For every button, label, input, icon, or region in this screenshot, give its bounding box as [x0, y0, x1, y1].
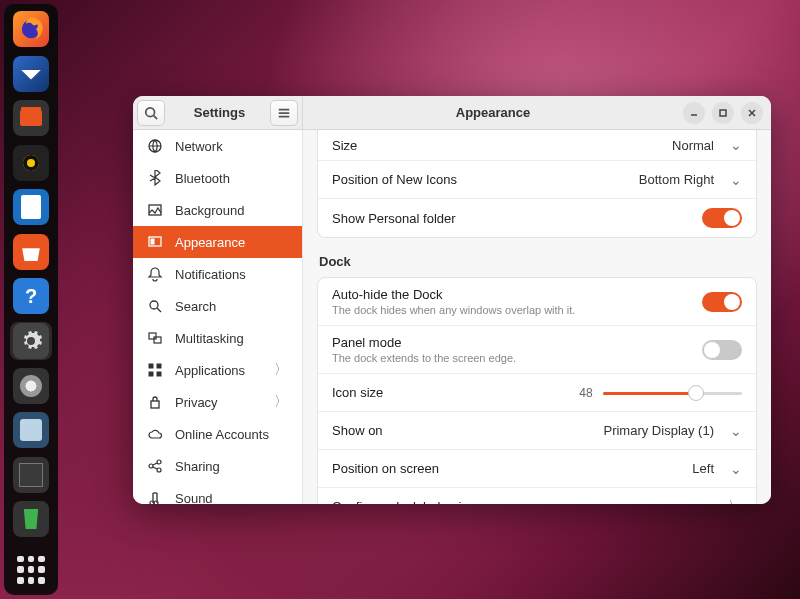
dock-item-drive[interactable]	[10, 455, 52, 494]
row-value: Primary Display (1)	[603, 423, 714, 438]
row-position-on-screen[interactable]: Position on screen Left ⌄	[318, 449, 756, 487]
rhythmbox-icon	[13, 145, 49, 181]
svg-line-2	[154, 115, 158, 119]
row-value: Bottom Right	[639, 172, 714, 187]
maximize-icon	[718, 108, 728, 118]
hamburger-icon	[277, 106, 291, 120]
switch-autohide-dock[interactable]	[702, 292, 742, 312]
sound-icon	[147, 490, 163, 504]
sidebar-title: Settings	[169, 105, 270, 120]
svg-point-18	[149, 464, 153, 468]
sidebar-item-label: Privacy	[175, 395, 218, 410]
row-label: Show Personal folder	[332, 211, 456, 226]
switch-panel-mode[interactable]	[702, 340, 742, 360]
svg-rect-13	[149, 364, 153, 368]
dock-show-applications[interactable]	[10, 550, 52, 589]
disk-icon	[13, 368, 49, 404]
drive-icon	[13, 457, 49, 493]
settings-sidebar[interactable]: Network Bluetooth Background Appearance …	[133, 130, 303, 504]
svg-rect-11	[149, 333, 156, 339]
close-button[interactable]	[741, 102, 763, 124]
minimize-icon	[689, 108, 699, 118]
text-editor-icon	[13, 412, 49, 448]
switch-show-personal-folder[interactable]	[702, 208, 742, 228]
row-show-on[interactable]: Show on Primary Display (1) ⌄	[318, 411, 756, 449]
sidebar-item-multitasking[interactable]: Multitasking	[133, 322, 302, 354]
dock-item-disk[interactable]	[10, 366, 52, 405]
sidebar-item-label: Online Accounts	[175, 427, 269, 442]
sidebar-item-privacy[interactable]: Privacy〉	[133, 386, 302, 418]
files-icon	[13, 100, 49, 136]
sidebar-item-label: Notifications	[175, 267, 246, 282]
row-icon-size: Icon size 48	[318, 373, 756, 411]
row-size[interactable]: Size Normal ⌄	[318, 130, 756, 160]
svg-point-22	[154, 501, 158, 504]
svg-rect-15	[149, 372, 153, 376]
dock-item-writer[interactable]	[10, 188, 52, 227]
chevron-right-icon: 〉	[274, 393, 288, 411]
ubuntu-software-icon	[13, 234, 49, 270]
dock-item-software[interactable]	[10, 233, 52, 272]
dock-item-help[interactable]	[10, 277, 52, 316]
settings-window: Settings Appearance Network Bluetooth Ba…	[133, 96, 771, 504]
hamburger-menu-button[interactable]	[270, 100, 298, 126]
sidebar-item-network[interactable]: Network	[133, 130, 302, 162]
page-title: Appearance	[303, 105, 683, 120]
row-new-icons-position[interactable]: Position of New Icons Bottom Right ⌄	[318, 160, 756, 198]
row-label: Position of New Icons	[332, 172, 457, 187]
row-label: Auto-hide the Dock	[332, 287, 575, 302]
search-button[interactable]	[137, 100, 165, 126]
sidebar-item-background[interactable]: Background	[133, 194, 302, 226]
close-icon	[747, 108, 757, 118]
row-value: Left	[692, 461, 714, 476]
dock-item-thunderbird[interactable]	[10, 55, 52, 94]
thunderbird-icon	[13, 56, 49, 92]
svg-point-19	[157, 460, 161, 464]
sidebar-item-sound[interactable]: Sound	[133, 482, 302, 504]
dock-item-files[interactable]	[10, 99, 52, 138]
dock-item-firefox[interactable]	[10, 10, 52, 49]
maximize-button[interactable]	[712, 102, 734, 124]
row-configure-dock-behavior[interactable]: Configure dock behavior 〉	[318, 487, 756, 504]
settings-main-pane[interactable]: Size Normal ⌄ Position of New Icons Bott…	[303, 130, 771, 504]
chevron-down-icon: ⌄	[724, 423, 742, 439]
dock-item-settings[interactable]	[10, 322, 52, 361]
sidebar-item-bluetooth[interactable]: Bluetooth	[133, 162, 302, 194]
sidebar-item-label: Bluetooth	[175, 171, 230, 186]
sidebar-item-applications[interactable]: Applications〉	[133, 354, 302, 386]
libreoffice-writer-icon	[13, 189, 49, 225]
svg-line-10	[157, 308, 161, 312]
sidebar-item-appearance[interactable]: Appearance	[133, 226, 302, 258]
apps-grid-icon	[13, 552, 49, 588]
slider-icon-size[interactable]	[603, 385, 742, 401]
desktop-icons-group: Size Normal ⌄ Position of New Icons Bott…	[317, 130, 757, 238]
minimize-button[interactable]	[683, 102, 705, 124]
chevron-down-icon: ⌄	[724, 172, 742, 188]
sharing-icon	[147, 458, 163, 474]
network-icon	[147, 138, 163, 154]
sidebar-item-label: Network	[175, 139, 223, 154]
sidebar-item-label: Sharing	[175, 459, 220, 474]
dock-item-text-editor[interactable]	[10, 411, 52, 450]
row-label: Panel mode	[332, 335, 516, 350]
svg-rect-12	[154, 337, 161, 343]
dock-item-trash[interactable]	[10, 500, 52, 539]
multitasking-icon	[147, 330, 163, 346]
sidebar-item-label: Search	[175, 299, 216, 314]
row-subtitle: The dock extends to the screen edge.	[332, 352, 516, 364]
sidebar-item-search[interactable]: Search	[133, 290, 302, 322]
titlebar: Settings Appearance	[133, 96, 771, 130]
row-label: Size	[332, 138, 357, 153]
sidebar-item-sharing[interactable]: Sharing	[133, 450, 302, 482]
row-label: Configure dock behavior	[332, 499, 473, 504]
sidebar-item-notifications[interactable]: Notifications	[133, 258, 302, 290]
svg-point-21	[150, 501, 154, 504]
row-autohide-dock: Auto-hide the Dock The dock hides when a…	[318, 278, 756, 325]
chevron-right-icon: 〉	[722, 498, 742, 505]
sidebar-item-online-accounts[interactable]: Online Accounts	[133, 418, 302, 450]
dock-group: Auto-hide the Dock The dock hides when a…	[317, 277, 757, 504]
appearance-icon	[147, 234, 163, 250]
ubuntu-dock	[4, 4, 58, 595]
svg-point-9	[150, 301, 158, 309]
dock-item-rhythmbox[interactable]	[10, 144, 52, 183]
